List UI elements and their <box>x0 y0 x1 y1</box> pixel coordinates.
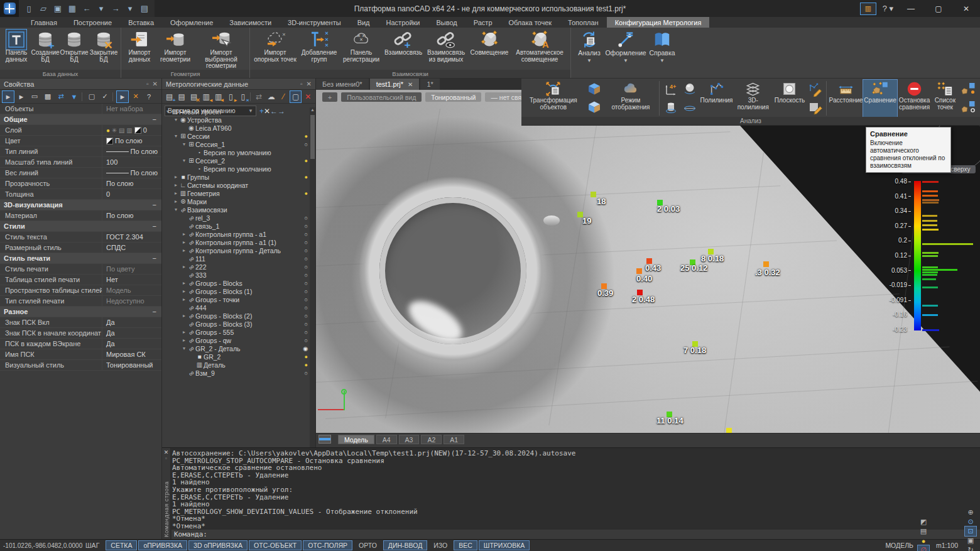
collapse-icon[interactable]: − <box>153 308 161 315</box>
close-icon[interactable]: ✕ <box>307 80 312 87</box>
confirm-selection-icon[interactable]: ✓ <box>99 91 111 102</box>
select-append-icon[interactable]: ► <box>3 91 14 102</box>
property-row[interactable]: Размерный стильСПДС <box>0 243 161 253</box>
db-add-icon[interactable]: ▤+ <box>164 91 175 102</box>
workspace-icon[interactable]: ◩ <box>918 517 929 526</box>
new-file-icon[interactable]: ▯ <box>23 3 35 15</box>
radio-icon[interactable]: ○ <box>305 215 308 221</box>
radio-icon[interactable]: ○ <box>305 280 308 286</box>
property-row[interactable]: ОбъектыНет набора <box>0 104 161 114</box>
tree-item[interactable]: ▸▥Геометрия● <box>162 189 310 197</box>
visual-style-button[interactable]: Тонированный <box>425 92 481 102</box>
property-row[interactable]: Слой● ✳ ▤ ▥ 0 <box>0 125 161 136</box>
pan-icon[interactable]: ⊕ <box>965 508 976 517</box>
property-value[interactable]: Да <box>102 340 161 347</box>
flyout-button-Список точек[interactable]: Список точек <box>932 80 959 117</box>
radio-icon[interactable]: ○ <box>305 248 308 254</box>
selection-off-icon[interactable]: ∅ <box>918 545 929 551</box>
expander-icon[interactable]: ▾ <box>173 133 179 139</box>
tree-scrollbar[interactable]: ▲ <box>310 107 315 447</box>
property-value[interactable]: Мировая СК <box>102 351 161 358</box>
tree-item[interactable]: ∞444○ <box>162 303 310 312</box>
ribbon-dropdown-Справка[interactable]: Справка▼ <box>644 28 680 78</box>
annotation-scale[interactable]: m1:100 <box>936 542 958 549</box>
document-tab[interactable]: 1* <box>420 79 439 90</box>
tree-item[interactable]: ▸∞Контрольня группа - Деталь○ <box>162 246 310 254</box>
radio-icon[interactable]: ○ <box>305 313 308 319</box>
add-view-button[interactable]: + <box>322 92 337 102</box>
deviation-point[interactable] <box>763 261 769 267</box>
open-file-icon[interactable]: ▱ <box>37 3 50 15</box>
flyout-button-Трансформация объектов[interactable]: Трансформация объектов <box>523 80 584 117</box>
db-import-selected-icon[interactable]: ▥◄ <box>213 91 224 102</box>
menu-tab-Вставка[interactable]: Вставка <box>120 17 162 28</box>
undo-icon[interactable]: ← <box>80 3 93 15</box>
tree-item[interactable]: ∞rel_3○ <box>162 214 310 222</box>
axes-4plus-icon[interactable]: 4+ <box>663 82 678 97</box>
expander-icon[interactable]: ▸ <box>173 182 179 188</box>
radio-icon[interactable]: ○ <box>305 337 308 344</box>
radio-icon[interactable]: ◉ <box>303 346 308 352</box>
property-value[interactable]: Да <box>102 319 161 326</box>
property-section-Разное[interactable]: Разное− <box>0 307 161 317</box>
ribbon-button[interactable]: Импорт геометрии <box>156 29 195 68</box>
tree-item[interactable]: ▸∞Groups - qw○ <box>162 336 310 344</box>
radio-icon[interactable]: ○ <box>305 297 308 303</box>
menu-tab-Главная[interactable]: Главная <box>23 17 65 28</box>
menu-tab-Зависимости[interactable]: Зависимости <box>221 17 280 28</box>
property-row[interactable]: Таблица стилей печатиНет <box>0 275 161 285</box>
menu-tab-Оформление[interactable]: Оформление <box>162 17 221 28</box>
menu-tab-Облака точек[interactable]: Облака точек <box>501 17 560 28</box>
collapse-icon[interactable]: − <box>153 116 161 123</box>
minimize-button[interactable]: — <box>897 0 925 17</box>
ribbon-button[interactable]: +Взаимосвязь <box>383 29 424 68</box>
property-row[interactable]: Толщина0 <box>0 189 161 200</box>
points-blocks-icon[interactable] <box>961 82 976 97</box>
swap-selection-icon[interactable]: ⇄ <box>55 91 67 102</box>
property-value[interactable]: По слою <box>102 137 161 145</box>
property-row[interactable]: Тип стилей печатиНедоступно <box>0 296 161 307</box>
orbit-icon[interactable]: ↻ <box>965 545 976 551</box>
flyout-button-Остановка сравнения[interactable]: Остановка сравнения <box>897 80 931 117</box>
property-value[interactable]: По слою <box>102 148 161 155</box>
db-import-icon[interactable]: ▥◂ <box>201 91 212 102</box>
plane-fit-icon[interactable] <box>682 100 697 115</box>
ribbon-button[interactable]: Панель данных <box>2 29 31 68</box>
tree-item[interactable]: ∞333○ <box>162 271 310 279</box>
deviation-point[interactable] <box>726 428 732 433</box>
redo-icon[interactable]: → <box>109 3 122 15</box>
save-icon[interactable]: ▣ <box>52 3 64 15</box>
ribbon-dropdown-Анализ[interactable]: Анализ▼ <box>571 28 607 78</box>
menu-tab-Построение[interactable]: Построение <box>65 17 120 28</box>
maximize-button[interactable]: ▢ <box>925 0 952 17</box>
visibility-bulb-icon[interactable]: ● <box>305 174 308 180</box>
close-red-icon[interactable]: ✕ <box>302 91 313 102</box>
flyout-button-Плоскость[interactable]: Плоскость <box>773 80 807 117</box>
property-row[interactable]: Знак ПСК ВклДа <box>0 317 161 328</box>
radio-icon[interactable]: ○ <box>305 223 308 229</box>
pin-icon[interactable]: ▫ <box>146 80 149 87</box>
property-row[interactable]: Пространство таблицы стилей пе...Модель <box>0 285 161 296</box>
points-circle-icon[interactable] <box>961 100 976 115</box>
property-value[interactable]: По слою <box>102 212 161 219</box>
property-row[interactable]: Вес линийПо слою <box>0 168 161 178</box>
menu-tab-Топоплан[interactable]: Топоплан <box>560 17 607 28</box>
expander-icon[interactable]: ▾ <box>181 141 187 147</box>
flyout-button-Режим отображения[interactable]: Режим отображения <box>604 80 658 117</box>
menu-tab-Настройки[interactable]: Настройки <box>378 17 428 28</box>
tree-item[interactable]: ∞111○ <box>162 254 310 263</box>
screen-icon[interactable]: ▢ <box>290 91 302 102</box>
tree-item[interactable]: ▸∞Groups - Blocks (2)○ <box>162 312 310 320</box>
toggle-ОРТО[interactable]: ОРТО <box>354 540 382 550</box>
tree-item[interactable]: ▸∞222○ <box>162 263 310 271</box>
deviation-point[interactable] <box>636 268 642 274</box>
tree-item[interactable]: ∞связь_1○ <box>162 222 310 230</box>
layout-tab-A2[interactable]: A2 <box>421 435 442 444</box>
toggle-ШАГ[interactable]: ШАГ <box>80 540 104 550</box>
radio-icon[interactable]: ○ <box>305 239 308 246</box>
property-value[interactable]: СПДС <box>102 244 161 251</box>
expander-icon[interactable]: ▸ <box>173 190 179 196</box>
scrollbar-thumb[interactable] <box>310 115 315 159</box>
visibility-bulb-icon[interactable]: ● <box>305 354 308 360</box>
toggle-ШТРИХОВКА[interactable]: ШТРИХОВКА <box>479 540 530 550</box>
